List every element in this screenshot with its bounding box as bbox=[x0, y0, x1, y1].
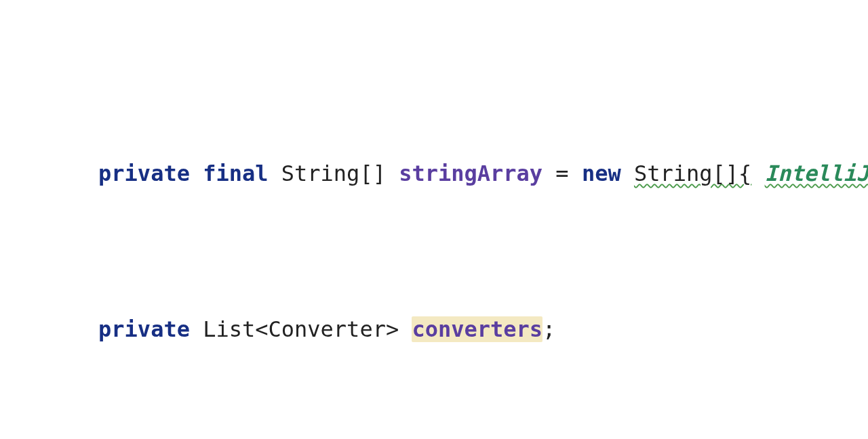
code-line[interactable]: private List<Converter> converters; bbox=[0, 276, 868, 312]
code-line[interactable]: private final String[] stringArray = new… bbox=[0, 121, 868, 135]
field-converters: converters bbox=[412, 316, 542, 342]
keyword-final: final bbox=[203, 161, 268, 186]
string-literal: IntelliJ I bbox=[765, 161, 868, 186]
semicolon: ; bbox=[542, 316, 555, 342]
type-string-array: String[] bbox=[281, 161, 386, 186]
keyword-private: private bbox=[98, 316, 190, 342]
field-stringarray: stringArray bbox=[399, 161, 542, 186]
code-editor[interactable]: private final String[] stringArray = new… bbox=[0, 0, 868, 439]
type-list-converter: List<Converter> bbox=[203, 316, 399, 342]
equals: = bbox=[542, 161, 582, 186]
keyword-private: private bbox=[98, 161, 190, 186]
keyword-new: new bbox=[582, 161, 621, 186]
type-string-array-2: String[]{ bbox=[634, 161, 751, 186]
